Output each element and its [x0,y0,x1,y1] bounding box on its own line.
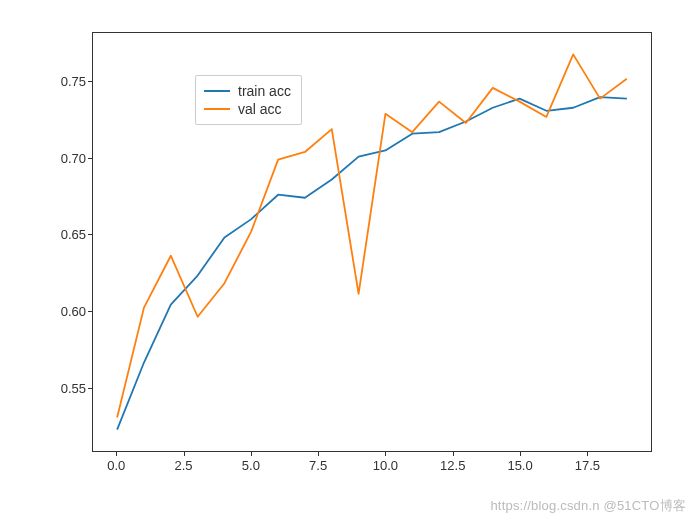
legend-label-val: val acc [238,100,282,118]
x-tick-label: 7.5 [309,458,327,473]
y-tick-label: 0.60 [61,303,86,318]
y-tick [88,81,92,82]
y-tick [88,311,92,312]
x-tick-label: 0.0 [107,458,125,473]
y-tick [88,234,92,235]
legend: train acc val acc [195,75,302,125]
plot-area: train acc val acc [92,32,652,452]
legend-swatch-train [204,90,230,92]
y-tick [88,388,92,389]
watermark-text: https://blog.csdn.n @51CTO博客 [490,497,686,515]
x-tick-label: 12.5 [440,458,465,473]
legend-item-val: val acc [204,100,291,118]
y-tick-label: 0.65 [61,227,86,242]
x-tick-label: 17.5 [575,458,600,473]
x-tick [251,452,252,456]
y-tick [88,158,92,159]
x-tick [385,452,386,456]
legend-label-train: train acc [238,82,291,100]
series-val-acc [117,54,627,417]
y-tick-label: 0.75 [61,74,86,89]
x-tick [318,452,319,456]
x-tick [184,452,185,456]
y-tick-label: 0.55 [61,380,86,395]
x-tick [520,452,521,456]
x-tick-label: 5.0 [242,458,260,473]
legend-item-train: train acc [204,82,291,100]
y-tick-label: 0.70 [61,150,86,165]
x-tick-label: 10.0 [373,458,398,473]
x-tick [587,452,588,456]
x-tick [453,452,454,456]
legend-swatch-val [204,108,230,110]
series-train-acc [117,97,627,430]
x-tick-label: 15.0 [507,458,532,473]
x-tick-label: 2.5 [174,458,192,473]
x-tick [116,452,117,456]
chart-lines [93,33,651,451]
